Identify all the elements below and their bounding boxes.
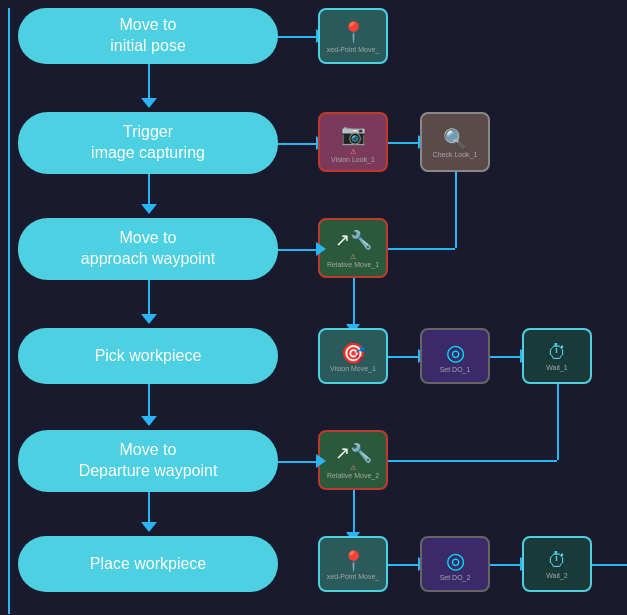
step-departure-waypoint[interactable]: Move toDeparture waypoint — [18, 430, 278, 492]
step-trigger-image[interactable]: Triggerimage capturing — [18, 112, 278, 174]
step-approach-waypoint[interactable]: Move toapproach waypoint — [18, 218, 278, 280]
vline-rm1-vm1 — [353, 278, 355, 328]
connector-5-6 — [148, 492, 150, 526]
return-v-wait1 — [557, 384, 559, 460]
arrow-3-4 — [141, 314, 157, 324]
relative-move-2-node[interactable]: ↗🔧 ⚠ Relative Move_2 — [318, 430, 388, 490]
connector-2-3 — [148, 174, 150, 208]
fixed-point-move-1-node[interactable]: 📍 xed-Point Move_ — [318, 8, 388, 64]
hline-setdo2-wait2 — [490, 564, 522, 566]
vision-look-1-node[interactable]: 📷 ⚠ Vision Look_1 — [318, 112, 388, 172]
hline-step3-rm1 — [278, 249, 318, 251]
step-place-workpiece[interactable]: Place workpiece — [18, 536, 278, 592]
step-move-initial[interactable]: Move toinitial pose — [18, 8, 278, 64]
wait-2-node[interactable]: ⏱ Wait_2 — [522, 536, 592, 592]
arrow-step3-rm1 — [316, 242, 326, 256]
arrow-4-5 — [141, 416, 157, 426]
hline-fpm2-setdo2 — [388, 564, 420, 566]
hline-wait2-out — [592, 564, 627, 566]
return-v-1 — [8, 8, 10, 44]
hline-vm1-setdo1 — [388, 356, 420, 358]
connector-4-5 — [148, 384, 150, 420]
vline-rm2-fpm2 — [353, 490, 355, 536]
arrow-1-2 — [141, 98, 157, 108]
hline-vl1-cl1 — [388, 142, 420, 144]
relative-move-1-node[interactable]: ↗🔧 ⚠ Relative Move_1 — [318, 218, 388, 278]
main-vertical-line — [8, 36, 10, 614]
hline-setdo1-wait1 — [490, 356, 522, 358]
return-v-check — [455, 172, 457, 248]
set-do-2-node[interactable]: ◎ Set DO_2 — [420, 536, 490, 592]
hline-step5-rm2 — [278, 461, 318, 463]
arrow-5-6 — [141, 522, 157, 532]
connector-3-4 — [148, 280, 150, 318]
vision-move-1-node[interactable]: 🎯 Vision Move_1 — [318, 328, 388, 384]
flow-diagram: Move toinitial pose Triggerimage capturi… — [0, 0, 627, 615]
hline-step1-icon — [278, 36, 318, 38]
hline-step2-icon — [278, 143, 318, 145]
arrow-step5-rm2 — [316, 454, 326, 468]
arrow-2-3 — [141, 204, 157, 214]
wait-1-node[interactable]: ⏱ Wait_1 — [522, 328, 592, 384]
set-do-1-node[interactable]: ◎ Set DO_1 — [420, 328, 490, 384]
connector-1-2 — [148, 64, 150, 102]
step-pick-workpiece[interactable]: Pick workpiece — [18, 328, 278, 384]
fixed-point-move-2-node[interactable]: 📍 xed-Point Move_ — [318, 536, 388, 592]
check-look-1-node[interactable]: 🔍 Check Look_1 — [420, 112, 490, 172]
